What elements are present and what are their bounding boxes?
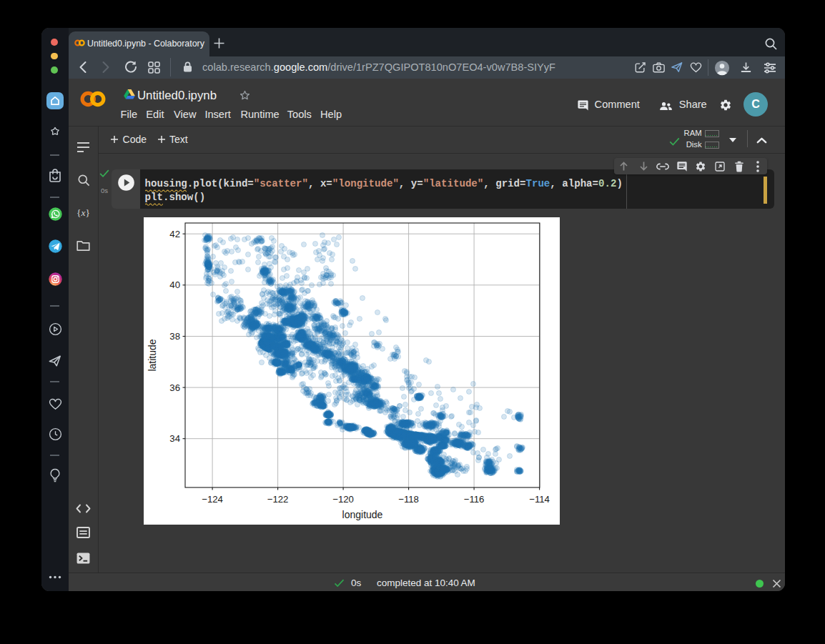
svg-text:−118: −118 (398, 494, 419, 505)
svg-text:36: 36 (169, 382, 180, 393)
svg-text:−122: −122 (267, 494, 288, 505)
svg-text:38: 38 (169, 331, 180, 342)
svg-text:−114: −114 (529, 494, 550, 505)
svg-text:42: 42 (169, 229, 180, 239)
svg-text:latitude: latitude (147, 339, 158, 371)
svg-text:40: 40 (169, 279, 180, 290)
svg-text:−120: −120 (332, 494, 354, 505)
svg-text:longitude: longitude (342, 509, 382, 520)
svg-text:−124: −124 (202, 494, 223, 505)
svg-text:34: 34 (169, 433, 180, 444)
svg-text:−116: −116 (463, 494, 484, 505)
